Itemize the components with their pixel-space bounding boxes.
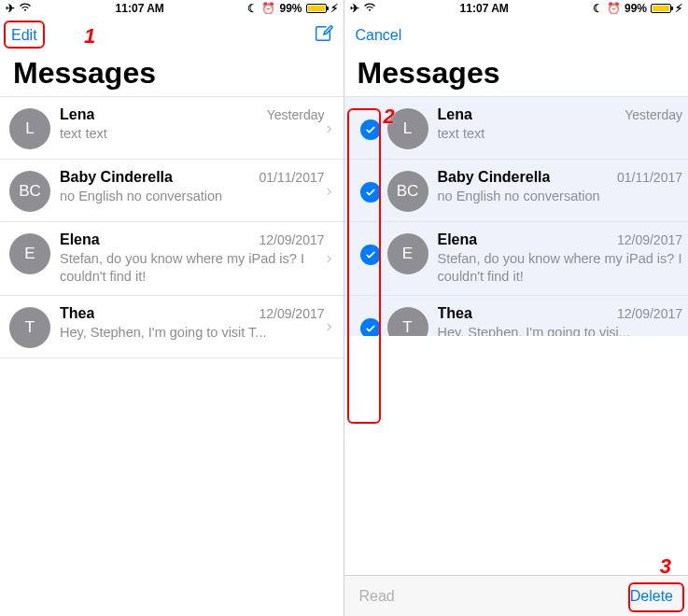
edit-toolbar: Read Delete	[344, 575, 689, 616]
avatar: E	[387, 233, 428, 274]
wifi-icon	[19, 2, 32, 15]
chevron-right-icon: ›	[325, 316, 338, 336]
screen-editing: ✈︎ 11:07 AM ☾ ⏰ 99% ⚡︎ Cancel Messages L…	[344, 0, 689, 616]
conversation-row[interactable]: L LenaYesterday text text ›	[0, 96, 344, 160]
checkmark-icon	[365, 187, 376, 198]
compose-icon	[313, 23, 333, 44]
avatar: T	[9, 307, 50, 348]
airplane-icon: ✈︎	[6, 2, 15, 15]
status-bar: ✈︎ 11:07 AM ☾ ⏰ 99% ⚡︎	[0, 0, 344, 17]
conversation-date: 12/09/2017	[617, 232, 682, 247]
conversation-date: 12/09/2017	[259, 306, 324, 321]
conversation-name: Baby Cinderella	[438, 169, 551, 186]
conversation-list-editing: L LenaYesterday text text BC Baby Cinder…	[344, 96, 689, 336]
avatar: T	[387, 307, 428, 336]
conversation-preview: Hey, Stephen, I'm going to visit T...	[60, 324, 325, 342]
chevron-right-icon: ›	[325, 181, 338, 201]
conversation-name: Thea	[60, 305, 94, 322]
compose-button[interactable]	[313, 23, 333, 48]
charging-icon: ⚡︎	[675, 2, 682, 15]
checkmark-icon	[365, 323, 376, 334]
status-time: 11:07 AM	[32, 2, 247, 15]
status-time: 11:07 AM	[376, 2, 593, 15]
conversation-row[interactable]: BC Baby Cinderella01/11/2017 no English …	[0, 160, 344, 222]
delete-button[interactable]: Delete	[630, 588, 673, 605]
conversation-preview: Stefan, do you know where my iPad is? I …	[438, 250, 683, 286]
conversation-preview: Stefan, do you know where my iPad is? I …	[60, 250, 325, 286]
battery-pct: 99%	[279, 2, 302, 15]
avatar: L	[387, 108, 428, 149]
chevron-right-icon: ›	[325, 248, 338, 268]
alarm-icon: ⏰	[261, 2, 275, 15]
conversation-date: 01/11/2017	[259, 170, 324, 185]
conversation-date: Yesterday	[267, 107, 325, 122]
conversation-preview: text text	[438, 125, 683, 143]
status-bar: ✈︎ 11:07 AM ☾ ⏰ 99% ⚡︎	[344, 0, 689, 17]
select-checkbox[interactable]	[360, 318, 381, 336]
conversation-row[interactable]: E Elena12/09/2017 Stefan, do you know wh…	[344, 222, 689, 296]
charging-icon: ⚡︎	[330, 2, 338, 15]
conversation-row[interactable]: BC Baby Cinderella01/11/2017 no English …	[344, 160, 689, 222]
avatar: BC	[387, 171, 428, 212]
edit-button[interactable]: Edit	[11, 27, 37, 44]
chevron-right-icon: ›	[325, 119, 338, 138]
nav-bar: Cancel	[344, 17, 689, 54]
do-not-disturb-icon: ☾	[593, 2, 603, 15]
battery-icon	[306, 4, 327, 13]
conversation-date: 12/09/2017	[617, 306, 682, 321]
conversation-name: Lena	[438, 106, 472, 123]
do-not-disturb-icon: ☾	[247, 2, 258, 15]
conversation-preview: no English no conversation	[438, 188, 683, 205]
checkmark-icon	[365, 124, 376, 135]
select-checkbox[interactable]	[360, 182, 381, 203]
conversation-preview: no English no conversation	[60, 188, 325, 205]
page-title: Messages	[344, 54, 689, 96]
conversation-preview: Hey, Stephen, I'm going to visi...	[438, 324, 683, 336]
conversation-date: Yesterday	[625, 107, 682, 122]
conversation-list: L LenaYesterday text text › BC Baby Cind…	[0, 96, 344, 616]
avatar: BC	[9, 171, 50, 212]
conversation-name: Thea	[438, 305, 472, 322]
battery-icon	[651, 4, 671, 13]
avatar: L	[9, 108, 50, 149]
conversation-date: 01/11/2017	[617, 170, 682, 185]
cancel-button[interactable]: Cancel	[356, 27, 402, 44]
conversation-name: Lena	[60, 106, 94, 123]
avatar: E	[9, 233, 50, 274]
select-checkbox[interactable]	[360, 245, 381, 265]
select-checkbox[interactable]	[360, 119, 381, 140]
conversation-row[interactable]: E Elena12/09/2017 Stefan, do you know wh…	[0, 222, 344, 296]
page-title: Messages	[0, 54, 344, 96]
conversation-preview: text text	[60, 125, 325, 143]
read-button[interactable]: Read	[359, 588, 395, 605]
conversation-row[interactable]: T Thea12/09/2017 Hey, Stephen, I'm going…	[344, 296, 689, 336]
screen-normal: ✈︎ 11:07 AM ☾ ⏰ 99% ⚡︎ Edit Messages L L…	[0, 0, 344, 616]
conversation-name: Baby Cinderella	[60, 169, 173, 186]
wifi-icon	[363, 2, 376, 15]
conversation-row[interactable]: L LenaYesterday text text	[344, 96, 689, 160]
alarm-icon: ⏰	[607, 2, 621, 15]
conversation-row[interactable]: T Thea12/09/2017 Hey, Stephen, I'm going…	[0, 296, 344, 358]
conversation-name: Elena	[438, 231, 478, 248]
airplane-icon: ✈︎	[350, 2, 359, 15]
conversation-name: Elena	[60, 231, 100, 248]
conversation-date: 12/09/2017	[259, 232, 324, 247]
checkmark-icon	[365, 249, 376, 260]
nav-bar: Edit	[0, 17, 344, 54]
battery-pct: 99%	[625, 2, 647, 15]
